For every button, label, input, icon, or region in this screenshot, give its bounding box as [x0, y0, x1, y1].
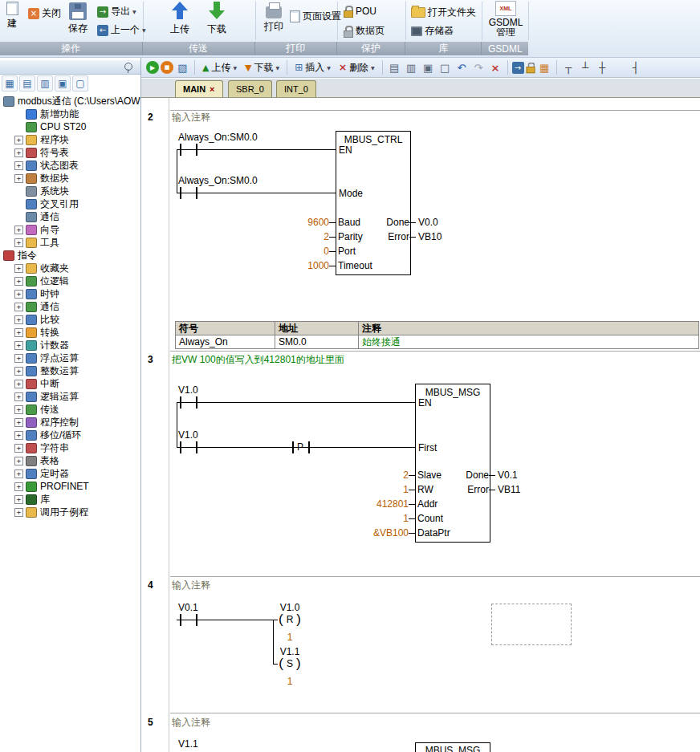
tree-item[interactable]: 交叉引用 [0, 197, 140, 210]
new-button-partial[interactable]: 建 [2, 2, 22, 30]
tree-item[interactable]: 比较 [0, 313, 140, 326]
pin-value[interactable]: 9600 [279, 217, 329, 228]
contact-bar[interactable] [196, 144, 197, 156]
wire-horizontal-icon[interactable] [612, 60, 627, 75]
expand-icon[interactable] [14, 469, 23, 478]
pin-operand[interactable]: VB11 [495, 484, 520, 495]
addressing-toggle-icon[interactable]: ▥ [404, 60, 419, 75]
tab-main[interactable]: MAIN × [175, 80, 223, 97]
table-grid-icon[interactable]: ▦ [537, 60, 552, 75]
contact-bar[interactable] [196, 614, 197, 626]
run-icon[interactable]: ▶ [146, 61, 159, 74]
tree-item[interactable]: 程序控制 [0, 416, 140, 429]
pin-operand[interactable]: VB10 [416, 231, 442, 242]
tree-item[interactable]: 计数器 [0, 339, 140, 352]
contact-operand[interactable]: Always_On:SM0.0 [178, 132, 258, 143]
download-button[interactable]: ▼ 下载 ▼ [242, 60, 283, 75]
contact-operand[interactable]: V0.1 [178, 602, 198, 613]
set-coil[interactable]: S [276, 656, 303, 671]
contact-operand[interactable]: V1.0 [178, 384, 198, 396]
insert-button[interactable]: ⊞ 插入 ▼ [291, 60, 334, 75]
expand-icon[interactable] [14, 354, 23, 363]
expand-icon[interactable] [14, 328, 23, 337]
expand-icon[interactable] [14, 392, 23, 401]
expand-icon[interactable] [14, 226, 23, 234]
contact-bar[interactable] [196, 187, 197, 199]
tree-item[interactable]: 系统块 [0, 185, 140, 197]
network-comment[interactable]: 输入注释 [172, 716, 210, 730]
tree-item[interactable]: 字符串 [0, 441, 140, 454]
network-comment[interactable]: 输入注释 [172, 579, 210, 592]
tree-item[interactable]: 表格 [0, 454, 140, 467]
page-setup-button[interactable]: 页面设置 [287, 9, 344, 24]
expand-icon[interactable] [14, 482, 23, 491]
expand-icon[interactable] [14, 418, 23, 427]
expand-icon[interactable] [14, 161, 23, 170]
contact-bar[interactable] [180, 144, 181, 156]
pin-value[interactable]: &VB100 [359, 527, 409, 539]
coil-operand[interactable]: V1.1 [273, 646, 307, 657]
tree-item[interactable]: modbus通信 (C:\Users\AOWID\ [0, 95, 140, 108]
data-page-protect-button[interactable]: 数据页 [341, 23, 387, 39]
tree-item[interactable]: 向导 [0, 223, 140, 236]
tree-item[interactable]: 工具 [0, 236, 140, 249]
tree-item[interactable]: 库 [0, 493, 140, 506]
pin-value[interactable]: 2 [279, 231, 329, 242]
lock-icon[interactable] [526, 63, 535, 73]
tree-item[interactable]: 数据块 [0, 172, 140, 185]
contact-operand[interactable]: V1.0 [178, 429, 198, 441]
symbol-table-toggle-icon[interactable]: ▤ [387, 60, 402, 75]
coil-count[interactable]: 1 [273, 676, 307, 687]
export-button[interactable]: → 导出 ▼ [95, 4, 139, 19]
expand-icon[interactable] [14, 136, 23, 144]
tree-item[interactable]: 调用子例程 [0, 506, 140, 518]
tree-item[interactable]: PROFINET [0, 480, 140, 493]
tree-item[interactable]: 时钟 [0, 287, 140, 300]
stop-icon[interactable]: ■ [161, 61, 173, 74]
symtable-cell-symbol[interactable]: Always_On [176, 335, 275, 349]
contact-operand[interactable]: V1.1 [178, 738, 198, 750]
tree-item[interactable]: 中断 [0, 377, 140, 390]
expand-icon[interactable] [14, 290, 23, 299]
close-button[interactable]: × 关闭 [26, 6, 63, 21]
view-icon[interactable]: ▣ [55, 75, 71, 91]
mbus-msg-block-partial[interactable]: MBUS_MSG [415, 742, 490, 752]
undo-icon[interactable]: ↶ [454, 60, 470, 75]
comment-view-icon[interactable]: □ [438, 60, 453, 75]
contact-bar[interactable] [180, 187, 181, 199]
pin-operand[interactable]: V0.1 [495, 469, 518, 481]
edge-contact-letter[interactable]: P [294, 441, 307, 453]
tree-item[interactable]: 定时器 [0, 467, 140, 480]
ribbon-upload-button[interactable]: 上传 [164, 2, 196, 36]
tree-item[interactable]: 移位/循环 [0, 429, 140, 441]
edge-contact-bar[interactable] [308, 441, 310, 453]
expand-icon[interactable] [14, 495, 23, 504]
window-view-icon[interactable]: ▣ [421, 60, 436, 75]
wire-cross-icon[interactable]: ┼ [595, 60, 610, 75]
tree-item[interactable]: 整数运算 [0, 364, 140, 377]
tab-sbr0[interactable]: SBR_0 [228, 80, 272, 97]
expand-icon[interactable] [14, 174, 23, 183]
expand-icon[interactable] [14, 380, 23, 388]
expand-icon[interactable] [14, 148, 23, 157]
expand-icon[interactable] [14, 508, 23, 517]
tree-item[interactable]: 转换 [0, 326, 140, 339]
pin-icon[interactable] [124, 63, 132, 71]
tree-item[interactable]: 指令 [0, 249, 140, 262]
view-icon[interactable]: ▦ [2, 75, 18, 91]
pin-value[interactable]: 2 [359, 469, 409, 481]
expand-icon[interactable] [14, 367, 23, 376]
gsdml-manage-button[interactable]: XML GSDML管理 [485, 1, 527, 37]
open-folder-button[interactable]: 打开文件夹 [409, 5, 478, 20]
tree-item[interactable]: 收藏夹 [0, 262, 140, 274]
program-status-icon[interactable]: ▧ [175, 60, 190, 75]
pin-value[interactable]: 412801 [359, 498, 409, 510]
wire-left-icon[interactable]: ┤ [629, 60, 644, 75]
expand-icon[interactable] [14, 341, 23, 350]
close-tab-icon[interactable]: × [210, 84, 214, 94]
symtable-cell-address[interactable]: SM0.0 [275, 335, 359, 349]
contact-bar[interactable] [180, 614, 181, 626]
reset-coil[interactable]: R [276, 612, 303, 627]
contact-bar[interactable] [196, 396, 197, 409]
pin-value[interactable]: 1000 [279, 260, 329, 271]
